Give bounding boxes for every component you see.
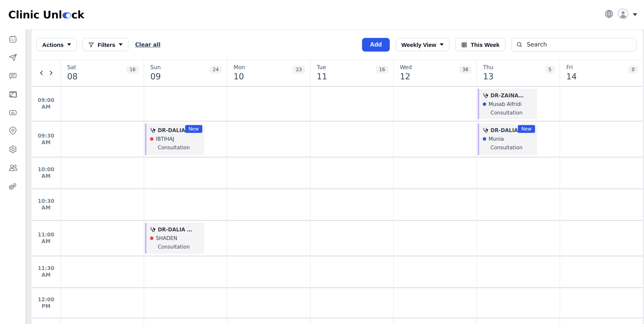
- calendar-cell[interactable]: [476, 189, 560, 220]
- calendar-cell[interactable]: [60, 122, 144, 157]
- appointment-card[interactable]: New DR-DALIA … Munia Consultation: [478, 124, 537, 155]
- calendar-cell[interactable]: [227, 122, 310, 157]
- top-header: Clinic Unlck: [0, 0, 644, 29]
- sidebar-item-calendar[interactable]: [8, 35, 17, 43]
- calendar-cell[interactable]: [393, 189, 476, 220]
- time-row-1100: 11:00AM: [32, 221, 643, 256]
- calendar-cell[interactable]: [310, 87, 393, 121]
- appointment-count-badge: 24: [210, 66, 222, 74]
- next-week-button[interactable]: [48, 69, 54, 77]
- clear-all-link[interactable]: Clear all: [135, 42, 160, 48]
- calendar-cell[interactable]: [560, 87, 643, 121]
- view-label: Weekly View: [401, 41, 436, 48]
- calendar-cell[interactable]: [393, 87, 476, 121]
- status-dot: [150, 236, 154, 240]
- calendar-cell[interactable]: [310, 288, 393, 318]
- day-header-mon[interactable]: Mon 10 23: [227, 60, 310, 86]
- calendar-cell[interactable]: [560, 221, 643, 256]
- calendar-cell[interactable]: [60, 288, 144, 318]
- status-dot: [150, 137, 154, 141]
- add-button[interactable]: Add: [362, 38, 390, 51]
- search-input[interactable]: [526, 41, 632, 49]
- calendar-cell[interactable]: [60, 87, 144, 121]
- appointment-card[interactable]: DR-DALIA … SHADEN Consultation: [145, 223, 204, 254]
- filters-dropdown[interactable]: Filters: [82, 38, 128, 51]
- sidebar-item-send[interactable]: [8, 53, 17, 62]
- day-header-fri[interactable]: Fri 14 0: [560, 60, 643, 86]
- view-dropdown[interactable]: Weekly View: [396, 38, 450, 51]
- left-sidebar: [0, 29, 26, 324]
- appointment-card[interactable]: New DR-DALIA … IBTIHAJ Consultation: [145, 124, 204, 155]
- calendar-cell[interactable]: [310, 122, 393, 157]
- calendar-cell[interactable]: [144, 87, 227, 121]
- calendar-cell[interactable]: [560, 318, 643, 324]
- calendar-cell[interactable]: [476, 318, 560, 324]
- calendar-cell[interactable]: [476, 256, 560, 287]
- sidebar-item-folder[interactable]: [8, 90, 17, 99]
- profile-caret-icon[interactable]: [633, 13, 637, 16]
- sidebar-item-users[interactable]: [8, 163, 18, 172]
- calendar-cell[interactable]: [144, 288, 227, 318]
- calendar-cell[interactable]: [144, 256, 227, 287]
- calendar-cell[interactable]: [144, 189, 227, 220]
- calendar-cell[interactable]: [560, 158, 643, 188]
- week-nav: [32, 60, 60, 86]
- sidebar-item-system-settings[interactable]: [8, 182, 17, 190]
- calendar-cell[interactable]: [144, 318, 227, 324]
- calendar-cell[interactable]: [60, 189, 144, 220]
- sidebar-item-messages[interactable]: [8, 72, 17, 80]
- calendar-cell[interactable]: [310, 256, 393, 287]
- globe-icon[interactable]: [604, 9, 614, 20]
- calendar-cell[interactable]: [60, 158, 144, 188]
- calendar-cell[interactable]: [310, 221, 393, 256]
- calendar-cell[interactable]: [393, 318, 476, 324]
- calendar-cell[interactable]: [144, 158, 227, 188]
- chevron-down-icon: [440, 43, 444, 46]
- day-header-wed[interactable]: Wed 12 38: [393, 60, 476, 86]
- calendar-cell[interactable]: [310, 318, 393, 324]
- logo-toggle-icon: [62, 13, 71, 18]
- day-header-sat[interactable]: Sat 08 16: [60, 60, 144, 86]
- time-label: 10:00AM: [32, 158, 60, 188]
- sidebar-item-locations[interactable]: [8, 127, 17, 135]
- calendar-cell[interactable]: [560, 122, 643, 157]
- status-dot: [483, 102, 486, 106]
- calendar-cell[interactable]: [60, 318, 144, 324]
- calendar-cell[interactable]: [227, 158, 310, 188]
- user-avatar[interactable]: [618, 9, 628, 21]
- calendar-cell[interactable]: [227, 87, 310, 121]
- calendar-cell[interactable]: [227, 318, 310, 324]
- sidebar-item-reports[interactable]: [8, 108, 17, 117]
- calendar-cell[interactable]: [560, 189, 643, 220]
- calendar-cell[interactable]: [227, 221, 310, 256]
- actions-dropdown[interactable]: Actions: [36, 38, 77, 51]
- calendar-cell[interactable]: [227, 256, 310, 287]
- calendar-cell[interactable]: [310, 158, 393, 188]
- this-week-label: This Week: [470, 41, 500, 48]
- calendar-cell[interactable]: [476, 221, 560, 256]
- calendar-cell[interactable]: [476, 288, 560, 318]
- day-header-thu[interactable]: Thu 13 5: [476, 60, 560, 86]
- calendar-cell[interactable]: [560, 288, 643, 318]
- prev-week-button[interactable]: [38, 69, 45, 77]
- calendar-cell[interactable]: [393, 122, 476, 157]
- day-header-tue[interactable]: Tue 11 16: [310, 60, 393, 86]
- scheduler-card: Actions Filters Clear all Add Weekly Vie…: [32, 30, 643, 324]
- calendar-cell[interactable]: [393, 256, 476, 287]
- calendar-cell[interactable]: [60, 256, 144, 287]
- calendar-cell[interactable]: [227, 288, 310, 318]
- calendar-cell[interactable]: [393, 288, 476, 318]
- week-grid: 09:00AM 09:30AM 10:00AM 10:30AM 11:00AM: [32, 87, 643, 324]
- day-header-sun[interactable]: Sun 09 24: [144, 60, 227, 86]
- this-week-button[interactable]: This Week: [455, 38, 505, 51]
- calendar-cell[interactable]: [393, 221, 476, 256]
- calendar-cell[interactable]: [476, 158, 560, 188]
- calendar-cell[interactable]: [227, 189, 310, 220]
- appointment-card[interactable]: DR-ZAINA… Musab Alfridi Consultation: [478, 89, 537, 119]
- calendar-cell[interactable]: [310, 189, 393, 220]
- time-row-1200: 12:00PM: [32, 288, 643, 318]
- calendar-cell[interactable]: [560, 256, 643, 287]
- calendar-cell[interactable]: [60, 221, 144, 256]
- sidebar-item-settings[interactable]: [8, 145, 17, 154]
- calendar-cell[interactable]: [393, 158, 476, 188]
